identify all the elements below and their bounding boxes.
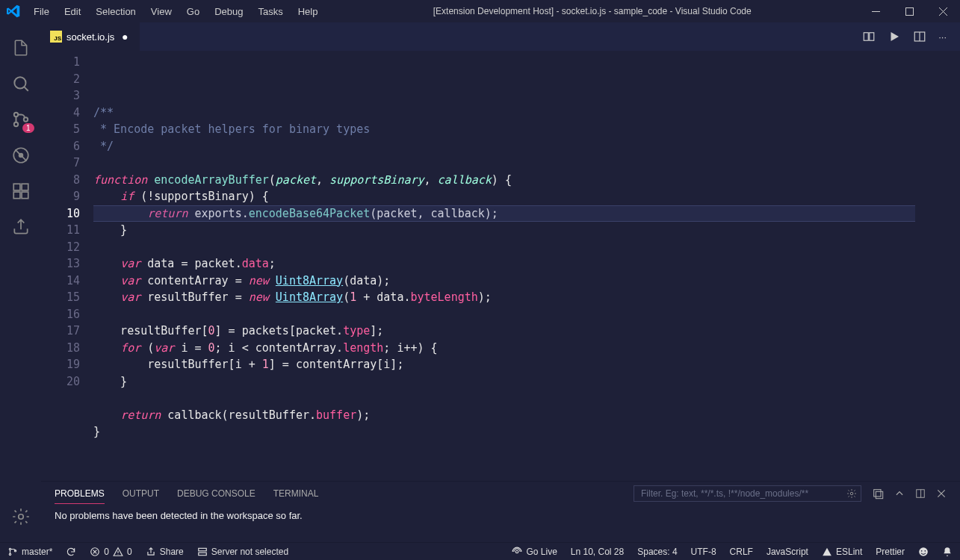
- prettier-status[interactable]: Prettier: [876, 547, 905, 557]
- svg-point-4: [13, 122, 17, 126]
- panel-tab-output[interactable]: OUTPUT: [123, 484, 159, 503]
- code-line[interactable]: resultBuffer[i + 1] = contentArray[i];: [93, 356, 915, 373]
- debug-icon[interactable]: [3, 137, 39, 173]
- svg-rect-19: [917, 490, 925, 498]
- svg-rect-1: [906, 7, 914, 15]
- tab-close-icon[interactable]: ●: [119, 31, 131, 43]
- explorer-icon[interactable]: [3, 30, 39, 66]
- menu-item-debug[interactable]: Debug: [207, 0, 250, 22]
- tab-label: socket.io.js: [66, 31, 114, 43]
- code-line[interactable]: resultBuffer[0] = packets[packet.type];: [93, 323, 915, 340]
- minimap[interactable]: [915, 51, 960, 481]
- git-branch-label: master*: [22, 547, 52, 557]
- titlebar: FileEditSelectionViewGoDebugTasksHelp [E…: [0, 0, 960, 22]
- code-line[interactable]: * Encode packet helpers for binary types: [93, 121, 915, 138]
- problems-filter-input[interactable]: [634, 485, 861, 502]
- code-line[interactable]: [93, 306, 915, 323]
- code-line[interactable]: var resultBuffer = new Uint8Array(1 + da…: [93, 289, 915, 306]
- run-icon[interactable]: [888, 30, 901, 43]
- close-button[interactable]: [926, 0, 960, 22]
- filter-gear-icon[interactable]: [846, 488, 857, 499]
- panel-tab-problems[interactable]: PROBLEMS: [55, 484, 105, 504]
- compare-changes-icon[interactable]: [862, 30, 876, 43]
- svg-point-27: [919, 547, 928, 556]
- code-line[interactable]: function encodeArrayBuffer(packet, suppo…: [93, 172, 915, 189]
- svg-rect-8: [13, 184, 20, 190]
- minimize-button[interactable]: [859, 0, 893, 22]
- svg-point-29: [924, 550, 926, 551]
- panel-tab-terminal[interactable]: TERMINAL: [273, 484, 319, 503]
- code-line[interactable]: }: [93, 222, 915, 239]
- eol[interactable]: CRLF: [730, 547, 753, 557]
- panel-close-icon[interactable]: [936, 488, 947, 499]
- encoding[interactable]: UTF-8: [691, 547, 716, 557]
- editor[interactable]: 1234567891011121314151617181920 /** * En…: [41, 51, 960, 481]
- share-status[interactable]: Share: [146, 547, 184, 557]
- sync-icon[interactable]: [66, 547, 76, 557]
- svg-point-16: [850, 492, 853, 495]
- menu-item-edit[interactable]: Edit: [57, 0, 88, 22]
- svg-rect-25: [199, 553, 207, 556]
- svg-point-26: [516, 550, 519, 553]
- code-line[interactable]: [93, 390, 915, 407]
- svg-rect-10: [13, 192, 20, 199]
- code-line[interactable]: for (var i = 0; i < contentArray.length;…: [93, 340, 915, 357]
- svg-rect-0: [872, 11, 880, 12]
- source-control-icon[interactable]: 1: [3, 102, 39, 137]
- split-editor-icon[interactable]: [913, 30, 926, 43]
- code-line[interactable]: [93, 239, 915, 256]
- errors-warnings[interactable]: 0 0: [90, 547, 131, 557]
- notifications-icon[interactable]: [942, 547, 953, 557]
- svg-point-21: [9, 553, 10, 555]
- menu-item-help[interactable]: Help: [291, 0, 326, 22]
- code-content[interactable]: /** * Encode packet helpers for binary t…: [93, 51, 915, 481]
- eslint-status[interactable]: ESLint: [822, 547, 862, 557]
- live-share-icon[interactable]: [3, 209, 39, 245]
- language-mode[interactable]: JavaScript: [767, 547, 808, 557]
- code-line[interactable]: }: [93, 423, 915, 441]
- settings-gear-icon[interactable]: [3, 499, 39, 535]
- svg-rect-17: [874, 490, 881, 497]
- js-file-icon: JS: [50, 31, 62, 43]
- window-title: [Extension Development Host] - socket.io…: [325, 6, 859, 16]
- svg-rect-11: [22, 192, 28, 199]
- maximize-button[interactable]: [893, 0, 926, 22]
- code-line[interactable]: }: [93, 373, 915, 391]
- menu-item-file[interactable]: File: [26, 0, 57, 22]
- extensions-icon[interactable]: [3, 173, 39, 209]
- menu-item-view[interactable]: View: [143, 0, 179, 22]
- svg-rect-18: [876, 491, 882, 498]
- panel-collapse-icon[interactable]: [894, 488, 905, 499]
- go-live-status[interactable]: Go Live: [512, 547, 557, 557]
- panel: PROBLEMSOUTPUTDEBUG CONSOLETERMINAL No p…: [41, 481, 960, 542]
- feedback-icon[interactable]: [918, 547, 929, 557]
- panel-clear-icon[interactable]: [872, 488, 884, 500]
- code-line[interactable]: /**: [93, 105, 915, 122]
- server-status[interactable]: Server not selected: [197, 547, 288, 557]
- menu-item-selection[interactable]: Selection: [88, 0, 143, 22]
- panel-tab-debug-console[interactable]: DEBUG CONSOLE: [177, 484, 256, 503]
- menu-item-go[interactable]: Go: [179, 0, 207, 22]
- indentation[interactable]: Spaces: 4: [637, 547, 677, 557]
- code-line[interactable]: var data = packet.data;: [93, 255, 915, 273]
- svg-point-7: [18, 153, 23, 158]
- search-icon[interactable]: [3, 66, 39, 102]
- code-line[interactable]: */: [93, 138, 915, 155]
- code-line[interactable]: var contentArray = new Uint8Array(data);: [93, 273, 915, 290]
- code-line[interactable]: [93, 155, 915, 172]
- more-actions-icon[interactable]: ···: [938, 30, 947, 43]
- panel-maximize-icon[interactable]: [915, 488, 926, 499]
- code-line[interactable]: return exports.encodeBase64Packet(packet…: [93, 205, 915, 223]
- problems-message: No problems have been detected in the wo…: [41, 505, 960, 526]
- window-controls: [859, 0, 960, 22]
- vscode-logo-icon: [0, 4, 26, 18]
- code-line[interactable]: return callback(resultBuffer.buffer);: [93, 407, 915, 424]
- editor-actions: ···: [862, 30, 960, 43]
- tab-socket-io-js[interactable]: JS socket.io.js ●: [41, 22, 140, 51]
- cursor-position[interactable]: Ln 10, Col 28: [571, 547, 624, 557]
- git-branch[interactable]: master*: [7, 547, 52, 557]
- menu-item-tasks[interactable]: Tasks: [250, 0, 290, 22]
- svg-point-5: [23, 117, 27, 121]
- tabs-row: JS socket.io.js ● ···: [41, 22, 960, 51]
- code-line[interactable]: if (!supportsBinary) {: [93, 188, 915, 205]
